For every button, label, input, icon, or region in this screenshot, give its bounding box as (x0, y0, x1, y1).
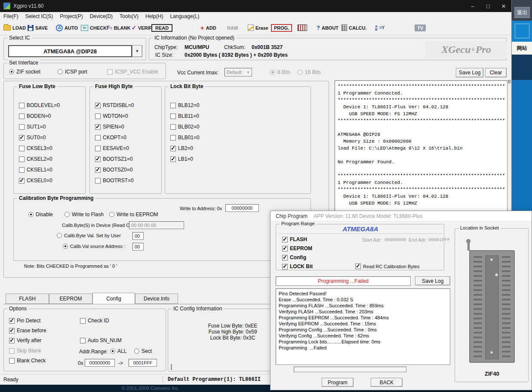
save-log-button[interactable]: Save Log (456, 68, 483, 77)
erase-button[interactable]: Erase (248, 21, 268, 35)
lock-blb02[interactable]: BLB02=0 (170, 124, 200, 130)
bits8-radio[interactable]: 8 Bits (270, 69, 290, 75)
fuse-low-sut1[interactable]: SUT1=0 (19, 124, 46, 130)
erase-before-checkbox[interactable]: Erase before (9, 328, 46, 334)
calcu-button[interactable]: CALCU. (341, 21, 367, 35)
fuse-low-sut0[interactable]: SUT0=0 (19, 135, 46, 141)
fuse-high-ckopt[interactable]: CKOPT=0 (95, 135, 126, 141)
blank-button[interactable]: F? BLANK (107, 21, 130, 35)
auto-sn-checkbox[interactable]: Auto SN_NUM (80, 337, 122, 343)
fuse-low-cksel3[interactable]: CKSEL3=0 (19, 145, 52, 151)
addr-to-input[interactable]: 0001FFF (129, 359, 157, 367)
read-rc-checkbox[interactable]: Read RC Calibration Bytes (355, 263, 419, 269)
dialog-save-log-button[interactable]: Save Log (415, 276, 450, 285)
write-address-label: Write to Address: 0x (180, 206, 222, 211)
exit-button[interactable]: 退出 (514, 7, 530, 18)
title-bar[interactable]: Xgpro v11.60 – □ ✕ (0, 0, 511, 12)
menu-device[interactable]: Device(D) (86, 13, 116, 19)
fuse-high-eesave[interactable]: EESAVE=0 (95, 145, 129, 151)
lock-lb1[interactable]: LB1=0 (170, 156, 193, 162)
dialog-log-box[interactable]: Pins Detected Passed! Erase ...Succeeded… (276, 288, 450, 365)
calib-src-radio[interactable]: Calib.Val source Address : (63, 244, 125, 249)
lock-blb12[interactable]: BLB12=0 (170, 102, 200, 108)
icsp-port-radio[interactable]: ICSP port (58, 69, 87, 75)
adapter-icon (298, 24, 307, 31)
dialog-lockbit-checkbox[interactable]: LOCK Bit (282, 263, 313, 270)
ic-combobox[interactable]: ATMEGA8A @DIP28 (8, 45, 132, 57)
calib-write-eeprom-radio[interactable]: Write to EEPROM (109, 211, 158, 217)
auto-button[interactable]: A AUTO (56, 21, 78, 35)
dialog-subtitle: APP Version: 11.60 Device Model: TL866II… (314, 213, 422, 219)
tab-flash[interactable]: FLASH (6, 294, 49, 304)
dialog-eeprom-checkbox[interactable]: EEPROM (282, 245, 312, 251)
zif-socket-radio[interactable]: ZIF socket (9, 69, 40, 75)
add-button[interactable]: + ADD (200, 21, 216, 35)
menu-help[interactable]: Help(H) (142, 13, 166, 19)
calib-write-flash-radio[interactable]: Write to Flash (65, 211, 104, 217)
check-id-checkbox[interactable]: Check ID (80, 318, 109, 324)
menu-file[interactable]: File(F) (0, 13, 22, 19)
skip-blank-checkbox[interactable]: Skip Blank (9, 348, 41, 354)
dialog-program-button[interactable]: Program (322, 378, 354, 387)
compare-icon: AB (375, 25, 378, 31)
menu-select-ic[interactable]: Select IC(S) (22, 13, 57, 19)
fuse-high-bootsz0[interactable]: BOOTSZ0=0 (95, 167, 133, 173)
vcc-dropdown[interactable]: Default ▼ (224, 68, 252, 77)
dialog-title-bar[interactable]: Chip Program APP Version: 11.60 Device M… (271, 211, 532, 221)
minimize-button[interactable]: – (465, 0, 480, 12)
menu-language[interactable]: Language(L) (166, 13, 203, 19)
menu-project[interactable]: Project(P) (56, 13, 86, 19)
tv-button[interactable]: TV (415, 21, 426, 35)
dialog-config-checkbox[interactable]: Config (282, 254, 306, 260)
tab-device-info[interactable]: Device.Info (135, 294, 178, 304)
compare-button[interactable]: AB =Y (375, 21, 384, 35)
fuse-high-bootsz1[interactable]: BOOTSZ1=0 (95, 156, 133, 162)
fuse-low-cksel0[interactable]: CKSEL0=0 (19, 178, 52, 184)
ram-button[interactable]: RAM (227, 21, 238, 35)
fuse-low-bodlevel[interactable]: BODLEVEL=0 (19, 102, 60, 108)
lock-blb01[interactable]: BLB01=0 (170, 135, 200, 141)
pin-detect-checkbox[interactable]: Pin Detect (9, 318, 40, 324)
dialog-flash-checkbox[interactable]: FLASH (282, 236, 307, 242)
tab-config[interactable]: Config (92, 293, 135, 304)
dialog-back-button[interactable]: BACK (371, 378, 403, 387)
fuse-high-wdton[interactable]: WDTON=0 (95, 113, 128, 119)
read-button[interactable]: READ (151, 21, 172, 35)
fuse-high-bootrst[interactable]: BOOTRST=0 (95, 178, 134, 184)
fuse-low-cksel1[interactable]: CKSEL1=0 (19, 167, 52, 173)
addr-from-input[interactable]: 00000000 (85, 359, 115, 367)
calib-src-input[interactable]: 00 (132, 243, 144, 251)
menu-tools[interactable]: Tools(V) (116, 13, 142, 19)
fuse-high-spien[interactable]: SPIEN=0 (95, 124, 124, 130)
about-button[interactable]: ? ABOUT (317, 21, 338, 35)
clear-button[interactable]: Clear (485, 68, 507, 77)
fuse-high-rstdisbl[interactable]: RSTDISBL=0 (95, 102, 134, 108)
website-tab[interactable]: 网站 (512, 42, 532, 55)
progress-bar (294, 367, 406, 372)
maximize-button[interactable]: □ (480, 0, 496, 12)
addr-all-radio[interactable]: ALL (110, 348, 126, 354)
prog-button[interactable]: PROG. (271, 21, 292, 35)
fuse-low-boden[interactable]: BODEN=0 (19, 113, 51, 119)
adapter-button[interactable] (298, 21, 307, 35)
ic-dropdown-button[interactable]: ▼ (132, 45, 142, 57)
tab-eeprom[interactable]: EEPROM (49, 294, 92, 304)
calib-disable-radio[interactable]: Disable (28, 211, 53, 217)
calib-user-input[interactable]: 00 (132, 232, 144, 240)
save-button[interactable]: SAVE (28, 21, 48, 35)
close-button[interactable]: ✕ (496, 0, 511, 12)
lock-blb11[interactable]: BLB11=0 (170, 113, 199, 119)
blank-check-checkbox[interactable]: Blank Check (9, 358, 46, 364)
check-button[interactable]: ID CHECK (81, 21, 107, 35)
calib-user-radio[interactable]: Calib.Byte Val. Set by User (57, 233, 121, 238)
lock-lb2[interactable]: LB2=0 (170, 145, 193, 151)
verify-after-checkbox[interactable]: Verify after (9, 337, 41, 343)
addr-sect-radio[interactable]: Sect (134, 348, 152, 354)
fuse-low-cksel2[interactable]: CKSEL2=0 (19, 156, 52, 162)
write-address-input[interactable]: 00000000 (225, 204, 259, 212)
bits16-radio[interactable]: 16 Bits (298, 69, 321, 75)
dialog-log-text: Pins Detected Passed! Erase ...Succeeded… (276, 289, 450, 352)
icsp-vcc-checkbox[interactable]: ICSP_VCC Enable (107, 69, 158, 75)
load-button[interactable]: LOAD (3, 21, 26, 35)
ic-info-legend: IC Information (No Project opened) (153, 35, 236, 41)
